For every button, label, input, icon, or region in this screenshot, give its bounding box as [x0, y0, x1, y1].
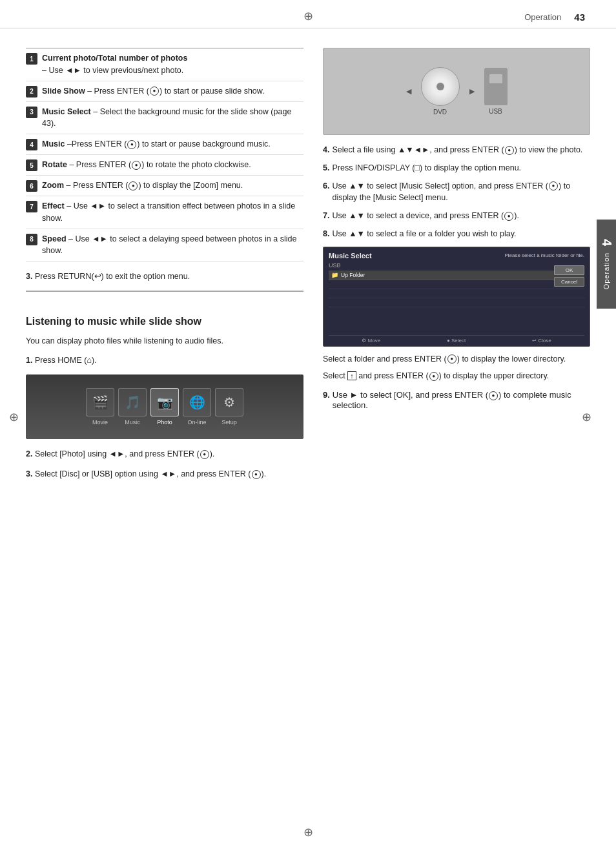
ms-file-list: 📁 Up Folder — [329, 271, 584, 316]
menu-item-online: 🌐 On-line — [183, 388, 211, 425]
step-9-num: 9. — [323, 390, 330, 400]
menu-item-movie: 🎬 Movie — [86, 388, 114, 425]
menu-setup-label: Setup — [221, 419, 237, 425]
ms-subtitle: Please select a music folder or file. — [504, 252, 584, 258]
item-text-3: Music Select – Select the background mus… — [42, 106, 303, 130]
item-badge-5: 5 — [26, 159, 37, 171]
arrow-right: ▶ — [469, 87, 475, 96]
right-steps: 4. Select a file using ▲▼◄►, and press E… — [323, 144, 590, 240]
side-tab-label: Operation — [602, 252, 610, 289]
left-step-3-num: 3. — [26, 272, 32, 281]
dvd-label: DVD — [433, 108, 447, 116]
crosshair-bottom: ⊕ — [303, 825, 313, 839]
item-label-6: Zoom — [42, 181, 64, 190]
step-4-text: Select a file using ▲▼◄►, and press ENTE… — [332, 144, 582, 156]
step-5-text: Press INFO/DISPLAY (□) to display the op… — [332, 162, 521, 174]
step-9-text: Use ► to select [OK], and press ENTER (●… — [333, 390, 590, 410]
enter-circle-6: ● — [549, 181, 558, 190]
dvd-disc-icon — [421, 67, 460, 106]
left-step-3: 3. Press RETURN(↩) to exit the option me… — [26, 271, 303, 283]
item-label-4: Music — [42, 139, 65, 149]
dvd-item: DVD — [421, 67, 460, 116]
right-step-8: 8. Use ▲▼ to select a file or a folder y… — [323, 228, 590, 240]
menu-online-label: On-line — [187, 419, 206, 425]
step-6-num: 6. — [323, 180, 329, 192]
item-text-1: Current photo/Total number of photos – U… — [42, 52, 187, 77]
ms-footer-select: ● Select — [447, 338, 466, 343]
ms-list-item-2 — [329, 280, 584, 289]
ms-cancel-button[interactable]: Cancel — [554, 277, 584, 287]
left-step-3-text: Press RETURN(↩) to exit the option menu. — [35, 272, 190, 281]
item-badge-4: 4 — [26, 139, 37, 150]
usb-plug — [489, 74, 502, 83]
side-tab: 4 Operation — [597, 220, 616, 309]
main-content: 1 Current photo/Total number of photos –… — [0, 28, 616, 508]
left-step-2: 2. Select [Photo] using ◄►, and press EN… — [26, 448, 303, 460]
ms-footer-move: ⚙ Move — [362, 338, 380, 343]
page-number: 43 — [574, 12, 585, 23]
step-7-text: Use ▲▼ to select a device, and press ENT… — [332, 210, 518, 222]
dvd-center — [436, 83, 444, 90]
folder-icon-up: 📁 — [331, 272, 338, 278]
item-label-3: Music Select — [42, 107, 91, 116]
left-column: 1 Current photo/Total number of photos –… — [26, 48, 303, 488]
setup-icon: ⚙ — [215, 388, 243, 416]
step-8-num: 8. — [323, 228, 329, 240]
item-desc-4: –Press ENTER (●) to start or pause backg… — [67, 139, 271, 149]
numbered-item-8: 8 Speed – Use ◄► to select a delaying sp… — [26, 229, 303, 262]
item-label-7: Effect — [42, 201, 65, 210]
item-label-2: Slide Show — [42, 87, 85, 96]
step-8-note1-text: Select a folder and press ENTER (●) to d… — [323, 354, 566, 364]
dvd-usb-screenshot: ◀ DVD ▶ USB — [323, 48, 590, 135]
right-step-4: 4. Select a file using ▲▼◄►, and press E… — [323, 144, 590, 156]
movie-icon: 🎬 — [86, 388, 114, 416]
listening-section: Listening to music while slide show You … — [26, 291, 303, 347]
step-8-text: Use ▲▼ to select a file or a folder you … — [332, 228, 516, 240]
ms-ok-button[interactable]: OK — [554, 265, 584, 275]
item-desc-7: – Use ◄► to select a transition effect b… — [42, 201, 295, 223]
step-7-num: 7. — [323, 210, 329, 222]
right-step-5: 5. Press INFO/DISPLAY (□) to display the… — [323, 162, 590, 174]
item-text-5: Rotate – Press ENTER (●) to rotate the p… — [42, 159, 251, 171]
item-badge-8: 8 — [26, 234, 37, 245]
usb-drive-icon — [484, 68, 508, 105]
numbered-item-7: 7 Effect – Use ◄► to select a transition… — [26, 196, 303, 229]
menu-music-label: Music — [125, 419, 140, 425]
item-desc-8: – Use ◄► to select a delaying speed betw… — [42, 234, 296, 256]
item-badge-2: 2 — [26, 86, 37, 97]
enter-circle-3b: ● — [252, 470, 261, 479]
ms-list-item-upfolder: 📁 Up Folder — [329, 271, 584, 280]
item-text-2: Slide Show – Press ENTER (●) to start or… — [42, 85, 265, 97]
ms-list-item-5 — [329, 307, 584, 316]
numbered-item-2: 2 Slide Show – Press ENTER (●) to start … — [26, 81, 303, 102]
enter-icon-5: ● — [132, 161, 141, 170]
numbered-item-1: 1 Current photo/Total number of photos –… — [26, 48, 303, 81]
home-menu-screenshot: 🎬 Movie 🎵 Music 📷 Photo 🌐 On-line ⚙ Setu… — [26, 374, 303, 439]
section-label: Operation — [524, 12, 561, 22]
left-step-2-text: Select [Photo] using ◄►, and press ENTER… — [35, 449, 214, 458]
menu-photo-label: Photo — [157, 419, 172, 425]
right-step-9: 9. Use ► to select [OK], and press ENTER… — [323, 390, 590, 410]
ms-title: Music Select — [329, 252, 372, 260]
section-heading: Listening to music while slide show — [26, 315, 303, 329]
enter-circle-9: ● — [489, 391, 498, 400]
arrow-left: ◀ — [406, 87, 411, 96]
step-8-note2: Select ↑ and press ENTER (●) to display … — [323, 370, 590, 382]
left-step-3b-num: 3. — [26, 469, 32, 478]
music-select-screenshot: Music Select Please select a music folde… — [323, 247, 590, 347]
left-step-1-num: 1. — [26, 356, 32, 365]
enter-icon-4: ● — [127, 140, 136, 149]
ms-path: USB — [329, 262, 584, 269]
left-step-2-num: 2. — [26, 449, 32, 458]
left-step-1: 1. Press HOME (⌂). — [26, 354, 303, 367]
item-desc-6: – Press ENTER (●) to display the [Zoom] … — [67, 181, 243, 190]
ms-footer-close: ↩ Close — [532, 338, 551, 343]
item-label-1: Current photo/Total number of photos — [42, 54, 187, 63]
item-text-4: Music –Press ENTER (●) to start or pause… — [42, 138, 271, 150]
ms-upfolder-label: Up Folder — [341, 272, 365, 278]
left-step-3b-text: Select [Disc] or [USB] option using ◄►, … — [35, 469, 266, 478]
step-8-note2-text: Select ↑ and press ENTER (●) to display … — [323, 371, 549, 380]
enter-icon-6: ● — [128, 181, 138, 190]
side-tab-number: 4 — [599, 239, 614, 246]
enter-icon-2: ● — [150, 87, 159, 96]
